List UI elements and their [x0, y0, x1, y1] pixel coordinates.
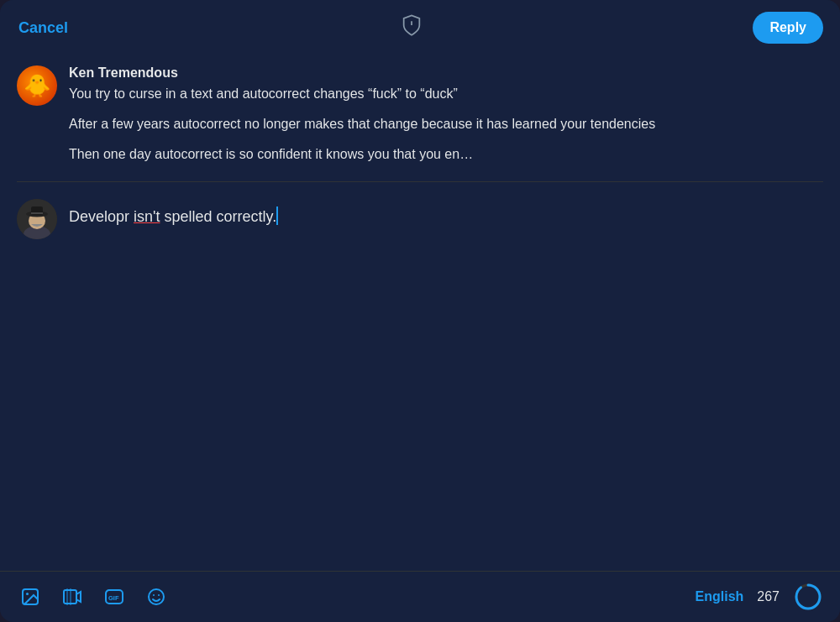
reply-modal: Cancel Reply 🐥 Ken Tremendous You try to… — [0, 0, 840, 622]
tweet-body: Ken Tremendous You try to curse in a tex… — [69, 65, 823, 165]
tweet-line-1: You try to curse in a text and autocorre… — [69, 84, 823, 104]
svg-point-16 — [149, 589, 164, 604]
svg-point-20 — [796, 585, 820, 609]
svg-rect-7 — [31, 212, 43, 214]
gif-icon-button[interactable]: GIF — [101, 583, 128, 610]
reply-text-end: spelled correctly. — [160, 208, 277, 225]
content-area: 🐥 Ken Tremendous You try to curse in a t… — [0, 55, 840, 571]
footer-toolbar: GIF English 267 — [0, 571, 840, 622]
reply-button[interactable]: Reply — [753, 12, 823, 44]
reply-compose-area: Developr isn't spelled correctly. — [17, 182, 823, 256]
reply-text-content: Developr isn't spelled correctly. — [69, 206, 278, 228]
emoji-icon-button[interactable] — [143, 583, 170, 610]
shield-icon — [400, 13, 423, 42]
reply-text-underlined: isn't — [134, 208, 160, 225]
avatar-ken: 🐥 — [17, 65, 57, 106]
header-center — [400, 13, 423, 42]
reply-text-normal: Developr — [69, 208, 134, 225]
modal-header: Cancel Reply — [0, 0, 840, 55]
character-count: 267 — [757, 589, 780, 604]
tweet-text: You try to curse in a text and autocorre… — [69, 84, 823, 165]
original-tweet: 🐥 Ken Tremendous You try to curse in a t… — [17, 55, 823, 181]
user-avatar — [17, 199, 57, 239]
video-icon-button[interactable] — [59, 583, 86, 610]
tweet-line-2: After a few years autocorrect no longer … — [69, 114, 823, 134]
svg-text:GIF: GIF — [108, 594, 119, 602]
reply-text-input[interactable]: Developr isn't spelled correctly. — [69, 199, 823, 239]
image-icon-button[interactable] — [17, 583, 44, 610]
toolbar-right: English 267 — [696, 582, 823, 612]
svg-point-17 — [153, 594, 155, 596]
tweet-line-3: Then one day autocorrect is so confident… — [69, 144, 823, 165]
svg-point-18 — [158, 594, 160, 596]
toolbar-icons: GIF — [17, 583, 170, 610]
progress-ring — [793, 582, 823, 612]
cancel-button[interactable]: Cancel — [17, 14, 70, 42]
language-selector[interactable]: English — [696, 589, 744, 604]
svg-point-9 — [26, 593, 29, 595]
tweet-author-name: Ken Tremendous — [69, 65, 823, 81]
text-cursor — [276, 206, 278, 225]
